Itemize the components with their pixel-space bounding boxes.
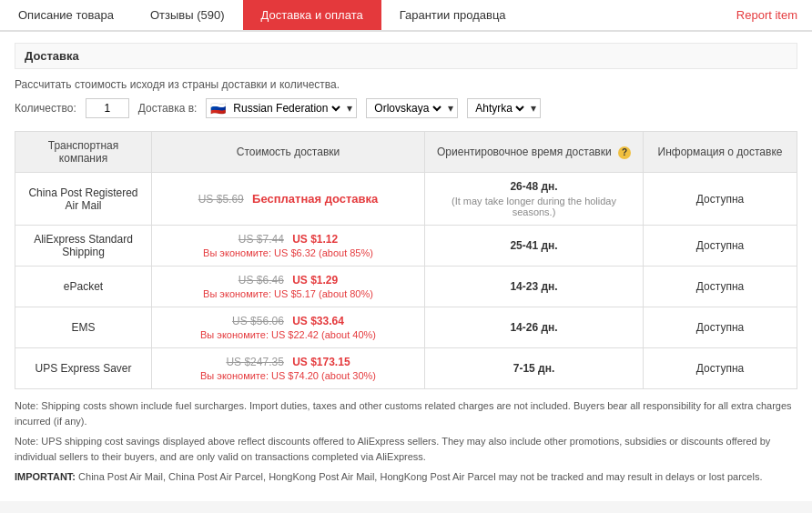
delivery-time: 26-48 дн. (It may take longer during the… (425, 173, 644, 226)
quantity-label: Количество: (15, 102, 76, 115)
shipping-cost: US $56.06 US $33.64 Вы экономите: US $22… (152, 307, 425, 348)
price-discounted: US $173.15 (292, 356, 350, 368)
shipping-cost: US $6.46 US $1.29 Вы экономите: US $5.17… (152, 267, 425, 307)
price-original: US $247.35 (226, 356, 283, 368)
availability: Доступна (644, 173, 797, 226)
help-icon[interactable]: ? (618, 146, 631, 159)
col-header-cost: Стоимость доставки (152, 132, 425, 173)
tab-reviews[interactable]: Отзывы (590) (132, 0, 243, 30)
availability: Доступна (644, 226, 797, 267)
shipping-cost: US $7.44 US $1.12 Вы экономите: US $6.32… (152, 226, 425, 267)
price-original: US $7.44 (239, 233, 284, 246)
top-navigation: Описание товара Отзывы (590) Доставка и … (0, 0, 812, 32)
shipping-cost: US $5.69 Бесплатная доставка (152, 173, 425, 226)
save-text: Вы экономите: US $5.17 (about 80%) (161, 288, 415, 299)
shipping-cost: US $247.35 US $173.15 Вы экономите: US $… (152, 348, 425, 389)
city-select-wrapper[interactable]: Ahtyrka ▾ (467, 98, 541, 118)
country-flag: 🇷🇺 (210, 101, 226, 116)
delivery-label: Доставка в: (138, 102, 198, 115)
company-name: China Post Registered Air Mail (15, 173, 152, 226)
availability: Доступна (644, 307, 797, 348)
tab-description[interactable]: Описание товара (0, 0, 132, 30)
region-select-wrapper[interactable]: Orlovskaya ▾ (366, 98, 458, 118)
company-name: ePacket (15, 267, 152, 307)
availability: Доступна (644, 267, 797, 307)
country-select[interactable]: Russian Federation (229, 101, 343, 116)
shipping-table: Транспортная компания Стоимость доставки… (15, 131, 797, 389)
time-main: 7-15 дн. (434, 362, 634, 375)
quantity-input[interactable] (86, 98, 129, 118)
col-header-company: Транспортная компания (15, 132, 152, 173)
company-name: EMS (15, 307, 152, 348)
save-text: Вы экономите: US $22.42 (about 40%) (161, 329, 415, 340)
col-header-info: Информация о доставке (644, 132, 797, 173)
price-original: US $56.06 (232, 315, 284, 327)
important-label: IMPORTANT: (15, 471, 76, 482)
time-main: 14-26 дн. (434, 321, 634, 334)
price-discounted: US $1.29 (292, 274, 338, 287)
table-row: China Post Registered Air Mail US $5.69 … (15, 173, 797, 226)
price-original: US $5.69 (198, 193, 244, 206)
price-original: US $6.46 (239, 274, 284, 287)
delivery-time: 14-23 дн. (425, 267, 644, 307)
time-note: (It may take longer during the holiday s… (434, 196, 634, 217)
city-select[interactable]: Ahtyrka (472, 101, 527, 116)
important-text: China Post Air Mail, China Post Air Parc… (76, 471, 762, 482)
table-row: AliExpress Standard Shipping US $7.44 US… (15, 226, 797, 267)
calc-note: Рассчитать стоимость исходя из страны до… (15, 78, 797, 91)
quantity-row: Количество: Доставка в: 🇷🇺 Russian Feder… (15, 98, 797, 118)
note-important: IMPORTANT: China Post Air Mail, China Po… (15, 469, 797, 485)
table-row: EMS US $56.06 US $33.64 Вы экономите: US… (15, 307, 797, 348)
free-shipping-label: Бесплатная доставка (252, 192, 378, 206)
region-select[interactable]: Orlovskaya (370, 101, 444, 116)
tab-shipping[interactable]: Доставка и оплата (243, 0, 381, 30)
section-title: Доставка (15, 43, 797, 69)
availability: Доступна (644, 348, 797, 389)
time-main: 25-41 дн. (434, 239, 634, 252)
notes-section: Note: Shipping costs shown include fuel … (15, 398, 797, 485)
price-discounted: US $1.12 (292, 233, 338, 246)
main-content: Доставка Рассчитать стоимость исходя из … (0, 32, 812, 501)
note-2: Note: UPS shipping cost savings displaye… (15, 434, 797, 464)
save-text: Вы экономите: US $74.20 (about 30%) (161, 370, 415, 381)
delivery-time: 14-26 дн. (425, 307, 644, 348)
city-chevron-icon: ▾ (531, 102, 536, 115)
report-item-link[interactable]: Report item (722, 0, 812, 30)
table-row: ePacket US $6.46 US $1.29 Вы экономите: … (15, 267, 797, 307)
col-header-time: Ориентировочное время доставки ? (425, 132, 644, 173)
tab-guarantee[interactable]: Гарантии продавца (381, 0, 524, 30)
company-name: AliExpress Standard Shipping (15, 226, 152, 267)
save-text: Вы экономите: US $6.32 (about 85%) (161, 247, 415, 258)
region-chevron-icon: ▾ (448, 102, 453, 115)
note-1: Note: Shipping costs shown include fuel … (15, 398, 797, 428)
delivery-time: 25-41 дн. (425, 226, 644, 267)
country-chevron-icon: ▾ (347, 102, 352, 115)
delivery-time: 7-15 дн. (425, 348, 644, 389)
company-name: UPS Express Saver (15, 348, 152, 389)
time-main: 26-48 дн. (434, 180, 634, 193)
price-discounted: US $33.64 (292, 315, 344, 327)
country-select-wrapper[interactable]: 🇷🇺 Russian Federation ▾ (206, 98, 357, 118)
table-row: UPS Express Saver US $247.35 US $173.15 … (15, 348, 797, 389)
time-main: 14-23 дн. (434, 280, 634, 293)
